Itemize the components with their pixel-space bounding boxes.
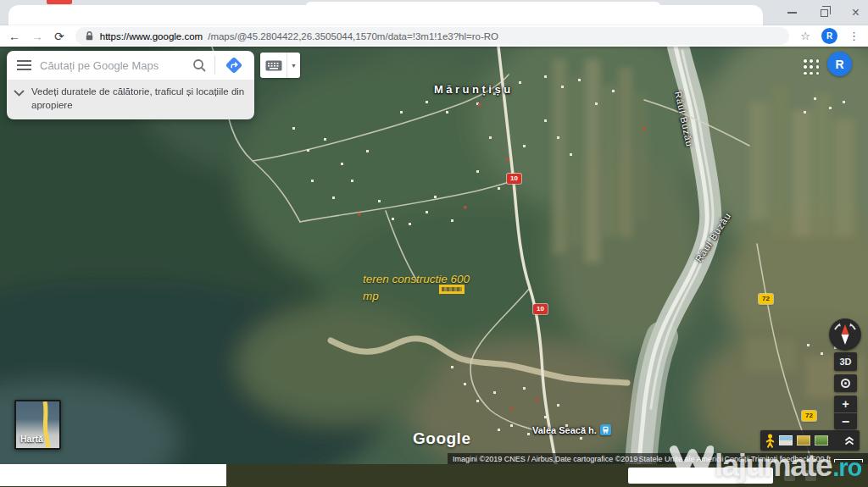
taskbar-icon[interactable] (805, 470, 816, 481)
forward-icon[interactable]: → (31, 30, 43, 42)
url-path-part: /maps/@45.2804422,26.3505044,1570m/data=… (208, 31, 498, 42)
taskbar (0, 464, 868, 487)
hamburger-menu-icon[interactable] (17, 60, 31, 70)
scale-bar (834, 459, 863, 462)
minimize-icon[interactable] (787, 12, 797, 14)
station-name: Valea Seacă h. (532, 425, 597, 435)
3d-toggle-button[interactable]: 3D (834, 352, 857, 371)
route-shield: 72 (802, 411, 816, 421)
pegman-icon[interactable] (765, 434, 775, 448)
search-input[interactable] (40, 59, 184, 72)
compass-control[interactable] (829, 318, 861, 351)
restore-icon[interactable] (821, 9, 828, 17)
taskbar-icon[interactable] (784, 470, 795, 481)
directions-icon[interactable] (224, 55, 244, 75)
reload-icon[interactable]: ⟳ (54, 30, 64, 42)
taskbar-redaction-blob (0, 464, 226, 486)
route-shield: 72 (759, 294, 773, 304)
notification-text: Vedeți duratele de călătorie, traficul ș… (31, 86, 246, 112)
address-bar[interactable]: https://www.google.com/maps/@45.2804422,… (75, 27, 790, 45)
listing-marker[interactable] (439, 285, 465, 294)
compass-icon (829, 318, 861, 351)
minimap-toggle[interactable]: Hartă (14, 400, 61, 450)
layer-thumbnail-green[interactable] (815, 435, 828, 445)
caret-down-icon[interactable]: ▼ (287, 63, 300, 69)
town-label[interactable]: Mărunțișu (434, 83, 514, 96)
tab-redaction-blob (305, 2, 661, 14)
my-location-button[interactable] (834, 374, 857, 392)
divider (214, 56, 215, 75)
keyboard-tool: ▼ (260, 53, 300, 78)
maps-profile-avatar[interactable]: R (827, 52, 852, 76)
zoom-out-button[interactable]: − (834, 412, 857, 429)
apps-grid-icon[interactable] (804, 59, 820, 75)
browser-profile-avatar[interactable]: R (821, 28, 837, 44)
search-box[interactable] (7, 51, 254, 80)
my-location-icon (841, 379, 850, 388)
browser-toolbar: ← → ⟳ https://www.google.com/maps/@45.28… (0, 25, 868, 47)
route-shield: 10 (533, 304, 548, 314)
window-controls: × (787, 0, 860, 25)
map-viewport: Vedeți duratele de călătorie, traficul ș… (0, 47, 868, 464)
travel-notification: Vedeți duratele de călătorie, traficul ș… (7, 80, 254, 119)
attribution-bar: Imagini ©2019 CNES / Airbus,Date cartogr… (448, 453, 868, 464)
chevron-down-icon[interactable] (14, 90, 25, 97)
streetview-layer-bar (760, 430, 860, 451)
close-icon[interactable]: × (852, 6, 860, 19)
layer-thumbnail-field[interactable] (797, 435, 810, 445)
search-card: Vedeți duratele de călătorie, traficul ș… (7, 51, 254, 119)
region-name: Statele Unite ale Americii (638, 455, 723, 463)
tab-accent-strip (47, 0, 72, 4)
map-scale: 500 ft (811, 455, 863, 463)
imagery-credit: Imagini ©2019 CNES / Airbus,Date cartogr… (453, 455, 637, 463)
station-label[interactable]: Valea Seacă h. (532, 424, 611, 435)
minimap-label: Hartă (20, 434, 43, 444)
kebab-menu-icon[interactable]: ⋮ (849, 30, 860, 42)
terms-link[interactable]: Condiții (725, 455, 750, 463)
search-icon[interactable] (192, 58, 206, 72)
bookmark-star-icon[interactable]: ☆ (800, 30, 810, 42)
lock-icon[interactable] (84, 30, 95, 42)
route-shield: 10 (507, 174, 521, 184)
back-icon[interactable]: ← (8, 30, 20, 42)
scale-label: 500 ft (811, 455, 831, 463)
layer-thumbnail-sky[interactable] (779, 435, 793, 445)
url-secure-part: https://www.google.com (100, 31, 203, 42)
chevron-up-icon[interactable] (844, 436, 854, 445)
taskbar-redaction-blob (628, 468, 773, 484)
feedback-link[interactable]: Trimiteți feedback (751, 455, 811, 463)
keyboard-icon[interactable] (260, 60, 287, 71)
zoom-in-button[interactable]: + (834, 396, 857, 412)
google-logo[interactable]: Google (413, 429, 470, 448)
transit-icon[interactable] (600, 424, 611, 435)
browser-titlebar: × (0, 0, 868, 25)
